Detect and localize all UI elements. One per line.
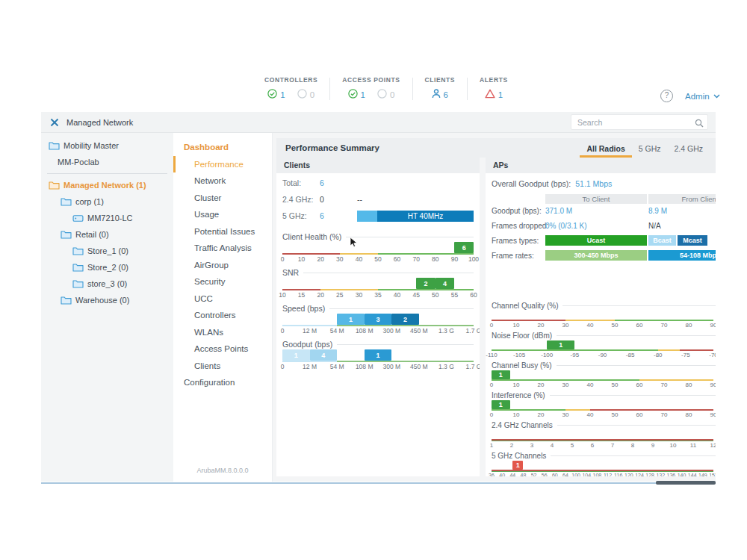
- menu-item-access-points[interactable]: Access Points: [173, 340, 272, 358]
- axis-tick: 60: [470, 291, 477, 299]
- tree-item-warehouse-0[interactable]: Warehouse (0): [41, 292, 173, 308]
- histogram-goodput: Goodput (bps)141012 M54 M108 M300 M450 M…: [282, 339, 480, 371]
- axis-tick: 4: [551, 442, 554, 449]
- axis-tick: 40: [587, 411, 594, 418]
- menu-item-controllers[interactable]: Controllers: [173, 307, 272, 324]
- tree-item-label: MM-Poclab: [58, 158, 99, 167]
- axis-tick: 30: [562, 382, 569, 388]
- stat-item[interactable]: 1: [485, 88, 503, 102]
- stat-item[interactable]: 0: [377, 88, 394, 102]
- horizontal-scrollbar-thumb[interactable]: [656, 481, 716, 485]
- menu-item-airgroup[interactable]: AirGroup: [173, 257, 272, 274]
- axis-tick: 12: [710, 442, 716, 449]
- stat-group-label: CLIENTS: [425, 76, 456, 84]
- check-circle-icon: [348, 88, 358, 102]
- menu-item-ucc[interactable]: UCC: [173, 290, 272, 308]
- table-row-frames-dropped: Frames dropped: 0% (0/3.1 K) N/A: [492, 219, 716, 234]
- tree-item-mm-poclab[interactable]: MM-Poclab: [41, 154, 173, 170]
- tab-2-4-ghz[interactable]: 2.4 GHz: [667, 138, 710, 158]
- bcast-bar: Bcast: [648, 235, 676, 246]
- axis-tick: 6: [591, 442, 594, 449]
- axis-tick: 20: [538, 411, 545, 418]
- menu-item-usage[interactable]: Usage: [173, 206, 272, 223]
- divider: [47, 173, 167, 174]
- tree-item-store-3-0[interactable]: store_3 (0): [41, 276, 173, 292]
- tree-item-store-1-0[interactable]: Store_1 (0): [41, 243, 173, 259]
- histogram-24ghz-channels: 2.4 GHz Channels123456789101112: [492, 420, 716, 449]
- menu-item-dashboard[interactable]: Dashboard: [173, 139, 272, 156]
- axis-tick: 100: [571, 473, 580, 476]
- axis-tick: 7: [611, 442, 614, 449]
- histogram-bar: 4: [310, 349, 338, 361]
- axis-tick: 12 M: [303, 327, 317, 335]
- tree-item-store-2-0[interactable]: Store_2 (0): [41, 259, 173, 276]
- menu-item-clients[interactable]: Clients: [173, 358, 272, 375]
- clients-panel: Clients Total: 6 2.4 GHz: 0 -- 5 GHz: 6: [276, 158, 480, 476]
- axis-tick: 116: [614, 473, 622, 476]
- menu-item-configuration[interactable]: Configuration: [173, 374, 272, 391]
- user-menu[interactable]: Admin: [685, 92, 720, 101]
- axis-tick: 0: [490, 322, 493, 329]
- user-area: ? Admin: [660, 90, 720, 102]
- table-row-frame-rates: Frame rates: 300-450 Mbps 54-108 Mbps: [492, 249, 716, 264]
- axis-tick: -110: [486, 352, 497, 358]
- menu-item-wlans[interactable]: WLANs: [173, 324, 272, 341]
- folder-icon: [72, 246, 84, 255]
- tree-item-managed-network-1[interactable]: Managed Network (1): [41, 177, 173, 193]
- search-icon[interactable]: [695, 117, 704, 131]
- tree-item-retail-0[interactable]: Retail (0): [41, 226, 173, 243]
- histogram-title: 5 GHz Channels: [492, 451, 716, 461]
- tree-item-label: Store_1 (0): [87, 246, 128, 255]
- stat-item[interactable]: 1: [267, 88, 285, 102]
- overall-goodput-label: Overall Goodput (bps):: [492, 179, 571, 188]
- table-row-frames-types: Frames types: Ucast Bcast Mcast: [492, 234, 716, 249]
- app-title: Managed Network: [66, 118, 133, 127]
- menu-item-network[interactable]: Network: [173, 172, 272, 190]
- tree-item-label: Warehouse (0): [75, 296, 129, 305]
- axis-tick: 10: [298, 255, 305, 263]
- axis-tick: 20: [538, 382, 545, 388]
- tree-item-corp-1[interactable]: corp (1): [41, 193, 173, 210]
- axis-tick: 52: [531, 473, 537, 476]
- stat-item[interactable]: 1: [348, 88, 365, 102]
- tree-item-mobility-master[interactable]: Mobility Master: [41, 137, 173, 154]
- folder-icon: [61, 296, 72, 305]
- axis-tick: 44: [509, 473, 515, 476]
- menu-item-cluster[interactable]: Cluster: [173, 190, 272, 207]
- axis-tick: 30: [562, 411, 569, 418]
- histogram-snr: SNR241015202530354045505560: [282, 267, 480, 299]
- axis-tick: 50: [432, 291, 438, 299]
- menu-item-performance[interactable]: Performance: [173, 156, 272, 173]
- stat-item[interactable]: 6: [432, 88, 448, 102]
- histogram-title: SNR: [282, 267, 474, 278]
- clients-24ghz-row: 2.4 GHz: 0 --: [282, 191, 474, 208]
- search-input[interactable]: [571, 114, 708, 130]
- tree-item-mm7210-lc[interactable]: MM7210-LC: [41, 210, 173, 226]
- close-icon[interactable]: [50, 118, 59, 127]
- axis-tick: 15: [298, 291, 305, 299]
- menu-item-potential-issues[interactable]: Potential Issues: [173, 223, 272, 240]
- axis-tick: 30: [356, 291, 362, 299]
- circle-icon: [377, 88, 387, 102]
- axis-tick: 90: [451, 255, 458, 263]
- axis-tick: 108 M: [356, 363, 374, 370]
- axis-tick: 3: [530, 442, 533, 449]
- tab-all-radios[interactable]: All Radios: [580, 138, 631, 158]
- radio-tabs: All Radios5 GHz2.4 GHz: [580, 138, 710, 158]
- folder-icon: [61, 230, 72, 239]
- row-label: Frame rates:: [492, 249, 545, 264]
- axis-tick: 108 M: [356, 327, 374, 335]
- axis-tick: 50: [374, 255, 381, 263]
- question-circle-icon[interactable]: ?: [660, 90, 673, 102]
- menu-item-traffic-analysis[interactable]: Traffic Analysis: [173, 240, 272, 257]
- axis-tick: 1.7 G: [466, 363, 480, 370]
- stat-item[interactable]: 0: [297, 88, 314, 102]
- folder-icon: [72, 263, 84, 272]
- tab-5-ghz[interactable]: 5 GHz: [632, 138, 668, 158]
- axis-tick: 80: [686, 382, 692, 388]
- frames-dropped-from-client: N/A: [648, 219, 716, 234]
- axis-tick: 300 M: [382, 327, 400, 335]
- menu-item-security[interactable]: Security: [173, 273, 272, 290]
- clients-total-row: Total: 6: [282, 175, 474, 191]
- axis-tick: 80: [686, 411, 692, 418]
